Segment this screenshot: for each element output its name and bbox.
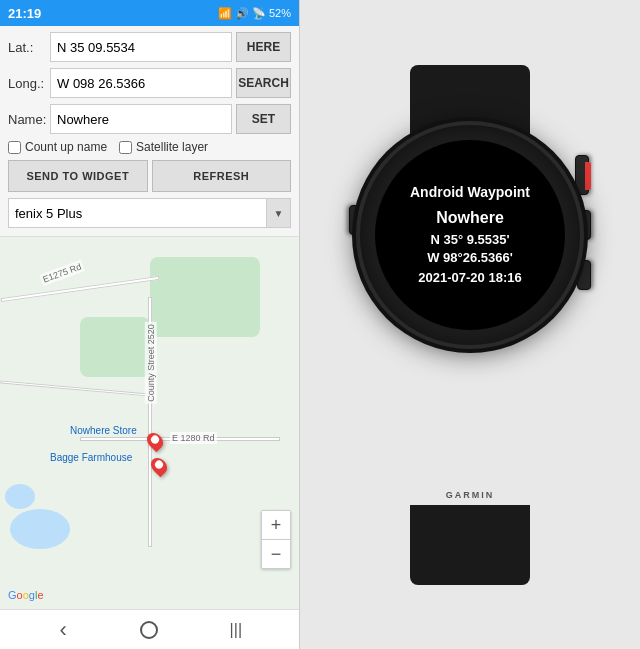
google-logo: Google: [8, 589, 44, 601]
recents-button[interactable]: |||: [221, 615, 251, 645]
long-label: Long.:: [8, 76, 50, 91]
name-row: Name: SET: [8, 104, 291, 134]
dropdown-row: fenix 5 Plus ▼: [8, 198, 291, 228]
watch-btn-bot-right[interactable]: [577, 260, 591, 290]
green-area-1: [150, 257, 260, 337]
map-area[interactable]: E1275 Rd E 1280 Rd County Street 2520 No…: [0, 237, 299, 609]
watch-location: Nowhere: [436, 209, 504, 227]
watch-coord2: W 98°26.5366': [427, 249, 513, 267]
water-area: [10, 509, 70, 549]
pin-icon-1: [144, 430, 167, 453]
map-zoom-controls: + −: [261, 510, 291, 569]
search-button[interactable]: SEARCH: [236, 68, 291, 98]
dropdown-arrow-icon[interactable]: ▼: [267, 198, 291, 228]
green-area-2: [80, 317, 150, 377]
nav-bar: ‹ |||: [0, 609, 299, 649]
watch-container: Android Waypoint Nowhere N 35° 9.5535' W…: [315, 65, 625, 585]
google-e: e: [37, 589, 43, 601]
road-e1275: [1, 276, 160, 302]
device-select[interactable]: fenix 5 Plus: [8, 198, 267, 228]
form-area: Lat.: HERE Long.: SEARCH Name: SET Count…: [0, 26, 299, 237]
bagge-farmhouse-label: Bagge Farmhouse: [50, 452, 132, 463]
name-label: Name:: [8, 112, 50, 127]
pin-bagge-farmhouse[interactable]: [152, 457, 166, 475]
road-label-e1280: E 1280 Rd: [170, 432, 217, 444]
send-to-widget-button[interactable]: SEND TO WIDGET: [8, 160, 148, 192]
count-up-checkbox-label[interactable]: Count up name: [8, 140, 107, 154]
action-row: SEND TO WIDGET REFRESH: [8, 160, 291, 192]
zoom-in-button[interactable]: +: [262, 511, 290, 539]
status-icons: 📶 🔊 📡 52%: [218, 7, 291, 20]
wifi-icon: 📡: [252, 7, 266, 20]
battery-icon: 52%: [269, 7, 291, 19]
lat-row: Lat.: HERE: [8, 32, 291, 62]
garmin-brand: GARMIN: [446, 490, 495, 500]
refresh-button[interactable]: REFRESH: [152, 160, 292, 192]
watch-title: Android Waypoint: [410, 184, 530, 201]
road-label-e1275: E1275 Rd: [39, 260, 84, 286]
count-up-checkbox[interactable]: [8, 141, 21, 154]
google-g1: G: [8, 589, 17, 601]
recents-icon: |||: [230, 621, 242, 639]
back-icon: ‹: [59, 617, 66, 643]
home-icon: [140, 621, 158, 639]
water-area-2: [5, 484, 35, 509]
satellite-checkbox-label[interactable]: Satellite layer: [119, 140, 208, 154]
watch-face: Android Waypoint Nowhere N 35° 9.5535' W…: [375, 140, 565, 330]
watch-band-bottom: [410, 505, 530, 585]
status-time: 21:19: [8, 6, 41, 21]
long-row: Long.: SEARCH: [8, 68, 291, 98]
nowhere-store-label: Nowhere Store: [70, 425, 137, 436]
satellite-checkbox[interactable]: [119, 141, 132, 154]
zoom-out-button[interactable]: −: [262, 540, 290, 568]
watch-panel: Android Waypoint Nowhere N 35° 9.5535' W…: [300, 0, 640, 649]
here-button[interactable]: HERE: [236, 32, 291, 62]
map-background: E1275 Rd E 1280 Rd County Street 2520 No…: [0, 237, 299, 609]
status-bar: 21:19 📶 🔊 📡 52%: [0, 0, 299, 26]
lat-label: Lat.:: [8, 40, 50, 55]
home-button[interactable]: [134, 615, 164, 645]
volume-icon: 🔊: [235, 7, 249, 20]
watch-coord1: N 35° 9.5535': [430, 231, 509, 249]
name-input[interactable]: [50, 104, 232, 134]
pin-icon-2: [148, 455, 171, 478]
satellite-label: Satellite layer: [136, 140, 208, 154]
watch-btn-top-right[interactable]: [575, 155, 589, 195]
checkbox-row: Count up name Satellite layer: [8, 140, 291, 154]
watch-datetime: 2021-07-20 18:16: [418, 270, 521, 285]
road-label-county: County Street 2520: [145, 322, 157, 404]
pin-nowhere-store[interactable]: [148, 432, 162, 450]
long-input[interactable]: [50, 68, 232, 98]
phone-panel: 21:19 📶 🔊 📡 52% Lat.: HERE Long.: SEARCH…: [0, 0, 300, 649]
lat-input[interactable]: [50, 32, 232, 62]
watch-case: Android Waypoint Nowhere N 35° 9.5535' W…: [360, 125, 580, 345]
road-horizontal: [0, 380, 150, 396]
signal-icon: 📶: [218, 7, 232, 20]
count-up-label: Count up name: [25, 140, 107, 154]
set-button[interactable]: SET: [236, 104, 291, 134]
back-button[interactable]: ‹: [48, 615, 78, 645]
